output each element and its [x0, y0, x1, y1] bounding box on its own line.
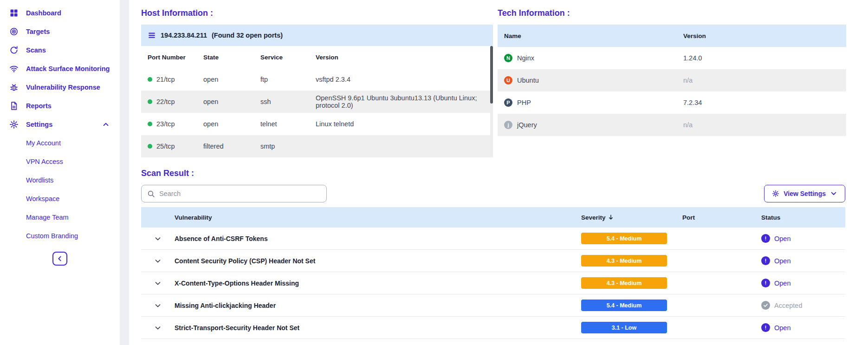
- sidebar-item-settings[interactable]: Settings: [0, 115, 120, 134]
- sidebar-item-targets[interactable]: Targets: [0, 22, 120, 41]
- sidebar-subitem-manage-team[interactable]: Manage Team: [0, 208, 120, 227]
- host-port-row[interactable]: 22/tcpopensshOpenSSH 9.6p1 Ubuntu 3ubunt…: [141, 91, 493, 113]
- reports-icon: [9, 101, 19, 111]
- status-label: Accepted: [774, 302, 802, 309]
- search-input[interactable]: [159, 190, 321, 197]
- tech-version: 1.24.0: [683, 54, 846, 62]
- scan-table-header: Vulnerability Severity Port Status: [141, 207, 845, 228]
- search-box[interactable]: [141, 185, 327, 202]
- vulnerability-row[interactable]: Missing Anti-clickjacking Header5.4 - Me…: [141, 294, 845, 317]
- tech-row[interactable]: PPHP7.2.34: [498, 91, 846, 114]
- sidebar-item-label: Scans: [26, 46, 46, 54]
- port-number: 25/tcp: [156, 143, 175, 150]
- vulnerability-row[interactable]: Content Security Policy (CSP) Header Not…: [141, 250, 845, 272]
- host-open-ports-note: (Found 32 open ports): [212, 32, 283, 39]
- host-port-row[interactable]: 23/tcpopentelnetLinux telnetd: [141, 113, 493, 135]
- expand-row-button[interactable]: [141, 234, 175, 243]
- open-status-icon: [761, 279, 770, 287]
- tech-table-header: Name Version: [498, 25, 846, 47]
- sidebar-settings-submenu: My AccountVPN AccessWordlistsWorkspaceMa…: [0, 134, 120, 245]
- vulnerability-name: Content Security Policy (CSP) Header Not…: [175, 257, 581, 265]
- port-state: open: [203, 120, 260, 128]
- sidebar-item-attack-surface-monitoring[interactable]: Attack Surface Monitoring: [0, 59, 120, 78]
- sidebar-item-label: Dashboard: [26, 9, 61, 17]
- accepted-status-icon: [761, 301, 770, 310]
- sidebar-subitem-vpn-access[interactable]: VPN Access: [0, 152, 120, 171]
- scrollbar-thumb[interactable]: [490, 46, 493, 104]
- sidebar-subitem-wordlists[interactable]: Wordlists: [0, 171, 120, 189]
- host-port-row[interactable]: 25/tcpfilteredsmtp: [141, 135, 493, 157]
- port-state: filtered: [203, 143, 260, 150]
- sidebar-subitem-my-account[interactable]: My Account: [0, 134, 120, 152]
- sidebar-item-vulnerability-response[interactable]: Vulnerability Response: [0, 78, 120, 97]
- host-col-service: Service: [260, 54, 316, 61]
- vulnerability-row[interactable]: X-Content-Type-Options Header Missing4.3…: [141, 272, 845, 294]
- expand-row-button[interactable]: [141, 257, 175, 265]
- vulnerability-row[interactable]: Strict-Transport-Security Header Not Set…: [141, 317, 845, 339]
- sidebar-item-label: Reports: [26, 102, 52, 110]
- port-version: Linux telnetd: [316, 120, 485, 128]
- sidebar-item-label: Attack Surface Monitoring: [26, 65, 110, 72]
- scan-col-port: Port: [682, 214, 761, 221]
- scan-result-title: Scan Result :: [141, 169, 845, 178]
- host-banner: 194.233.84.211 (Found 32 open ports): [141, 25, 493, 46]
- expand-row-button[interactable]: [141, 279, 175, 287]
- status-label: Open: [774, 324, 790, 332]
- tech-row[interactable]: jjQueryn/a: [498, 114, 846, 136]
- expand-row-button[interactable]: [141, 301, 175, 310]
- chevron-down-icon: [154, 301, 162, 310]
- host-information-panel: Host Information : 194.233.84.211 (Found…: [141, 8, 493, 157]
- port-number: 23/tcp: [156, 120, 175, 128]
- port-list-icon: [148, 31, 156, 39]
- host-port-row[interactable]: 21/tcpopenftpvsftpd 2.3.4: [141, 68, 493, 91]
- port-state-dot: [148, 122, 152, 126]
- sidebar-subitem-custom-branding[interactable]: Custom Branding: [0, 227, 120, 245]
- port-service: ssh: [260, 98, 316, 105]
- port-version: vsftpd 2.3.4: [316, 76, 485, 83]
- vulnerability-response-icon: [9, 83, 19, 92]
- view-settings-button[interactable]: View Settings: [764, 185, 845, 202]
- tech-row[interactable]: NNginx1.24.0: [498, 47, 846, 69]
- host-information-table: 194.233.84.211 (Found 32 open ports) Por…: [141, 25, 493, 157]
- vulnerability-name: Missing Anti-clickjacking Header: [175, 302, 581, 309]
- tech-row[interactable]: UUbuntun/a: [498, 69, 846, 91]
- host-information-title: Host Information :: [141, 8, 493, 18]
- status-label: Open: [774, 235, 790, 242]
- tech-information-panel: Tech Information : Name Version NNginx1.…: [498, 8, 846, 157]
- open-status-icon: [761, 234, 770, 243]
- tech-name-label: PHP: [517, 99, 531, 106]
- sidebar-nav: DashboardTargetsScansAttack Surface Moni…: [0, 4, 120, 134]
- tech-col-name: Name: [504, 33, 683, 39]
- chevron-down-icon: [154, 324, 162, 332]
- port-state-dot: [148, 99, 152, 104]
- port-state: open: [203, 98, 260, 105]
- sidebar-item-label: Settings: [26, 121, 52, 128]
- target-icon: [9, 27, 19, 36]
- tech-version: 7.2.34: [683, 99, 846, 106]
- gear-icon: [772, 190, 779, 197]
- host-table-scrollbar[interactable]: [490, 46, 493, 156]
- severity-badge: 4.3 - Medium: [581, 255, 667, 267]
- view-settings-label: View Settings: [784, 190, 826, 197]
- host-col-port-number: Port Number: [148, 54, 203, 61]
- sidebar-item-dashboard[interactable]: Dashboard: [0, 4, 120, 22]
- host-col-version: Version: [316, 54, 485, 61]
- sidebar-collapse-button[interactable]: [52, 252, 67, 266]
- main-content: Host Information : 194.233.84.211 (Found…: [129, 0, 868, 345]
- sidebar-subitem-workspace[interactable]: Workspace: [0, 189, 120, 208]
- settings-icon: [9, 120, 19, 129]
- jquery-icon: j: [504, 121, 512, 129]
- severity-badge: 4.3 - Medium: [581, 277, 667, 289]
- expand-row-button[interactable]: [141, 324, 175, 332]
- chevron-down-icon: [154, 257, 162, 265]
- vulnerability-row[interactable]: Absence of Anti-CSRF Tokens5.4 - MediumO…: [141, 228, 845, 250]
- sidebar-item-scans[interactable]: Scans: [0, 41, 120, 59]
- search-icon: [147, 190, 155, 198]
- port-service: smtp: [260, 143, 316, 150]
- scan-table-body: Absence of Anti-CSRF Tokens5.4 - MediumO…: [141, 228, 845, 339]
- port-state: open: [203, 76, 260, 83]
- attack-surface-icon: [9, 64, 19, 73]
- scan-col-severity[interactable]: Severity: [581, 214, 682, 221]
- open-status-icon: [761, 323, 770, 332]
- sidebar-item-reports[interactable]: Reports: [0, 97, 120, 115]
